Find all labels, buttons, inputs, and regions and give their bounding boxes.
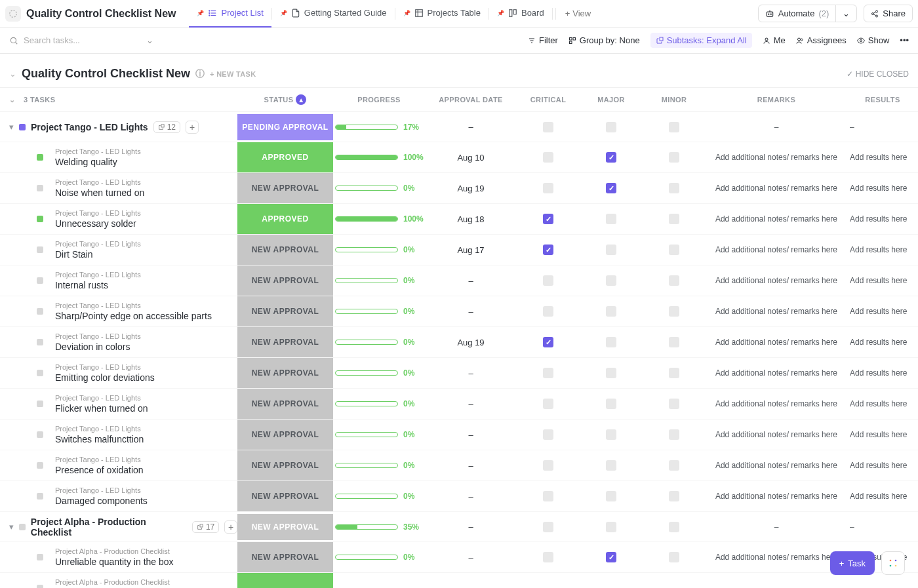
search-input[interactable] <box>24 35 129 45</box>
checkbox[interactable] <box>606 429 616 440</box>
chevron-down-icon[interactable]: ⌄ <box>146 35 153 45</box>
view-tab-projects-table[interactable]: 📌Projects Table <box>395 0 489 28</box>
checkbox[interactable] <box>669 368 679 378</box>
status-cell[interactable]: NEW APPROVAL <box>237 389 333 419</box>
status-cell[interactable]: APPROVED <box>237 204 333 234</box>
checkbox[interactable] <box>669 122 679 132</box>
status-cell[interactable]: NEW APPROVAL <box>237 542 333 572</box>
remarks-cell[interactable]: Add additional notes/ remarks here <box>706 214 847 224</box>
remarks-cell[interactable]: Add additional notes/ remarks here <box>706 553 847 562</box>
automate-button[interactable]: Automate (2) ⌄ <box>758 5 858 22</box>
approval-cell[interactable]: – <box>425 276 517 286</box>
checkbox[interactable] <box>606 368 616 378</box>
status-cell[interactable]: PENDING APPROVAL <box>237 114 333 140</box>
checkbox[interactable] <box>543 214 553 224</box>
results-cell[interactable]: Add results here <box>847 399 918 408</box>
col-remarks[interactable]: REMARKS <box>706 96 847 104</box>
results-cell[interactable]: – <box>847 123 918 132</box>
remarks-cell[interactable]: Add additional notes/ remarks here <box>706 153 847 162</box>
status-cell[interactable]: NEW APPROVAL <box>237 450 333 480</box>
subtask-count[interactable]: 12 <box>153 121 180 133</box>
approval-cell[interactable]: Aug 18 <box>425 214 517 224</box>
more-button[interactable]: ••• <box>900 35 909 45</box>
task-row[interactable]: Project Tango - LED LightsFlicker when t… <box>0 389 918 420</box>
status-cell[interactable]: NEW APPROVAL <box>237 173 333 203</box>
checkbox[interactable] <box>543 552 553 562</box>
checkbox[interactable] <box>606 245 616 255</box>
col-minor[interactable]: MINOR <box>643 96 706 104</box>
checkbox[interactable] <box>669 429 679 440</box>
results-cell[interactable]: Add results here <box>847 430 918 439</box>
view-tab-project-list[interactable]: 📌Project List <box>189 0 271 28</box>
approval-cell[interactable]: Aug 19 <box>425 338 517 347</box>
status-cell[interactable]: NEW APPROVAL <box>237 358 333 388</box>
checkbox[interactable] <box>543 460 553 471</box>
add-subtask-button[interactable]: + <box>186 121 199 134</box>
results-cell[interactable]: Add results here <box>847 276 918 285</box>
checkbox[interactable] <box>543 368 553 378</box>
approval-cell[interactable]: – <box>425 553 517 562</box>
results-cell[interactable]: Add results here <box>847 184 918 193</box>
results-cell[interactable]: Add results here <box>847 307 918 316</box>
checkbox[interactable] <box>669 460 679 471</box>
project-icon[interactable] <box>5 6 21 22</box>
task-row[interactable]: Project Tango - LED LightsDamaged compon… <box>0 481 918 512</box>
checkbox[interactable] <box>669 552 679 562</box>
col-results[interactable]: RESULTS <box>847 96 918 104</box>
checkbox[interactable] <box>669 337 679 347</box>
checkbox[interactable] <box>543 183 553 193</box>
task-row[interactable]: Project Alpha - Production ChecklistUnre… <box>0 542 918 573</box>
task-row[interactable]: Project Tango - LED LightsInternal rusts… <box>0 265 918 296</box>
results-cell[interactable]: Add results here <box>847 338 918 347</box>
remarks-cell[interactable]: Add additional notes/ remarks here <box>706 368 847 378</box>
checkbox[interactable] <box>543 522 553 532</box>
status-cell[interactable]: NEW APPROVAL <box>237 235 333 265</box>
info-icon[interactable]: ⓘ <box>195 68 205 80</box>
hide-closed-button[interactable]: ✓ HIDE CLOSED <box>847 69 909 79</box>
results-cell[interactable]: Add results here <box>847 368 918 378</box>
expand-all-icon[interactable]: ⌄ <box>9 96 15 104</box>
new-task-floating-button[interactable]: + Task <box>830 551 875 575</box>
status-cell[interactable]: NEW APPROVAL <box>237 296 333 326</box>
approval-cell[interactable]: – <box>425 399 517 409</box>
me-button[interactable]: Me <box>763 35 786 45</box>
group-row[interactable]: ▾Project Tango - LED Lights12+PENDING AP… <box>0 112 918 142</box>
col-progress[interactable]: PROGRESS <box>333 96 425 104</box>
status-cell[interactable]: NEW APPROVAL <box>237 327 333 357</box>
apps-button[interactable] <box>881 551 905 575</box>
task-row[interactable]: Project Tango - LED LightsNoise when tur… <box>0 173 918 204</box>
approval-cell[interactable]: – <box>425 492 517 501</box>
share-button[interactable]: Share <box>864 5 913 22</box>
subtasks-button[interactable]: Subtasks: Expand All <box>650 33 752 48</box>
results-cell[interactable]: Add results here <box>847 461 918 470</box>
task-row[interactable]: Project Tango - LED LightsUnnecessary so… <box>0 204 918 235</box>
checkbox[interactable] <box>606 552 616 562</box>
task-row[interactable]: Project Tango - LED LightsDeviation in c… <box>0 327 918 358</box>
view-tab-board[interactable]: 📌Board <box>489 0 552 28</box>
new-task-button[interactable]: + NEW TASK <box>210 70 256 78</box>
view-tab-getting-started-guide[interactable]: 📌Getting Started Guide <box>272 0 395 28</box>
task-row[interactable]: Project Alpha - Production ChecklistImpr… <box>0 573 918 588</box>
status-cell[interactable]: NEW APPROVAL <box>237 265 333 296</box>
checkbox[interactable] <box>606 152 616 163</box>
checkbox[interactable] <box>606 399 616 409</box>
approval-cell[interactable]: Aug 17 <box>425 245 517 255</box>
checkbox[interactable] <box>606 214 616 224</box>
subtask-count[interactable]: 17 <box>192 521 219 533</box>
results-cell[interactable]: Add results here <box>847 153 918 162</box>
collapse-icon[interactable]: ⌄ <box>9 69 16 79</box>
remarks-cell[interactable]: Add additional notes/ remarks here <box>706 245 847 254</box>
checkbox[interactable] <box>669 306 679 317</box>
task-row[interactable]: Project Tango - LED LightsDirt StainNEW … <box>0 235 918 265</box>
checkbox[interactable] <box>543 152 553 163</box>
add-subtask-button[interactable]: + <box>224 520 237 534</box>
checkbox[interactable] <box>606 275 616 286</box>
checkbox[interactable] <box>606 122 616 132</box>
caret-icon[interactable]: ▾ <box>9 522 14 532</box>
remarks-cell[interactable]: Add additional notes/ remarks here <box>706 492 847 501</box>
checkbox[interactable] <box>606 337 616 347</box>
checkbox[interactable] <box>669 183 679 193</box>
col-approval[interactable]: APPROVAL DATE <box>425 96 517 104</box>
remarks-cell[interactable]: Add additional notes/ remarks here <box>706 430 847 439</box>
project-title[interactable]: Quality Control Checklist New <box>26 8 176 20</box>
